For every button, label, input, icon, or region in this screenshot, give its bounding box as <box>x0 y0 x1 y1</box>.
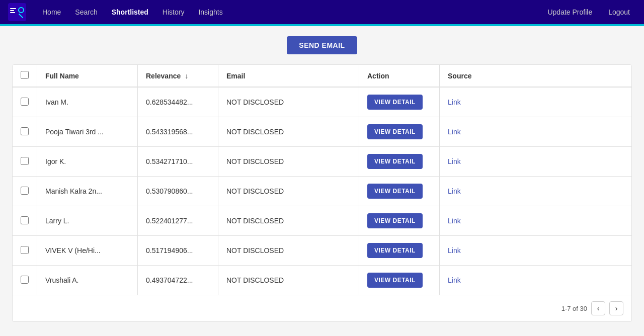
row-action-cell: VIEW DETAIL <box>359 177 440 206</box>
table-header-row: Full Name Relevance ↓ Email Action Sourc… <box>13 65 631 87</box>
nav-insights[interactable]: Insights <box>192 4 228 20</box>
row-fullname: VIVEK V (He/Hi... <box>37 236 138 266</box>
source-link[interactable]: Link <box>448 187 461 195</box>
row-relevance: 0.493704722... <box>138 266 218 295</box>
row-email: NOT DISCLOSED <box>218 87 359 117</box>
row-source-cell: Link <box>440 206 632 236</box>
row-fullname: Vrushali A. <box>37 266 138 295</box>
row-checkbox-1[interactable] <box>21 127 29 135</box>
row-email: NOT DISCLOSED <box>218 236 359 266</box>
view-detail-button[interactable]: VIEW DETAIL <box>367 213 423 228</box>
svg-rect-3 <box>10 12 15 13</box>
row-email: NOT DISCLOSED <box>218 117 359 147</box>
nav-shortlisted[interactable]: Shortlisted <box>106 4 154 20</box>
logo <box>8 3 26 21</box>
send-email-button[interactable]: SEND EMAIL <box>287 36 357 54</box>
th-email: Email <box>218 65 359 87</box>
nav-history[interactable]: History <box>156 4 191 20</box>
source-link[interactable]: Link <box>448 276 461 284</box>
row-source-cell: Link <box>440 266 632 295</box>
row-action-cell: VIEW DETAIL <box>359 147 440 177</box>
sort-icon: ↓ <box>185 72 188 80</box>
row-source-cell: Link <box>440 117 632 147</box>
row-source-cell: Link <box>440 177 632 206</box>
nav-links: Home Search Shortlisted History Insights <box>36 4 541 20</box>
pagination-prev[interactable]: ‹ <box>591 301 605 315</box>
navbar: Home Search Shortlisted History Insights… <box>0 0 644 24</box>
svg-rect-1 <box>10 8 16 9</box>
row-checkbox-cell <box>13 206 37 236</box>
shortlist-table-container: Full Name Relevance ↓ Email Action Sourc… <box>12 64 632 322</box>
nav-logout[interactable]: Logout <box>602 4 636 20</box>
view-detail-button[interactable]: VIEW DETAIL <box>367 95 423 110</box>
row-checkbox-5[interactable] <box>21 246 29 254</box>
pagination-next[interactable]: › <box>609 301 623 315</box>
row-action-cell: VIEW DETAIL <box>359 117 440 147</box>
main-content: SEND EMAIL Full Name Relevance ↓ Email A… <box>0 26 644 332</box>
row-relevance: 0.530790860... <box>138 177 218 206</box>
row-checkbox-cell <box>13 147 37 177</box>
pagination-info: 1-7 of 30 <box>561 305 587 312</box>
source-link[interactable]: Link <box>448 98 461 106</box>
th-checkbox <box>13 65 37 87</box>
row-checkbox-2[interactable] <box>21 157 29 165</box>
row-source-cell: Link <box>440 147 632 177</box>
row-checkbox-cell <box>13 87 37 117</box>
row-fullname: Igor K. <box>37 147 138 177</box>
row-email: NOT DISCLOSED <box>218 266 359 295</box>
row-fullname: Larry L. <box>37 206 138 236</box>
row-checkbox-3[interactable] <box>21 187 29 195</box>
source-link[interactable]: Link <box>448 128 461 136</box>
row-fullname: Ivan M. <box>37 87 138 117</box>
row-checkbox-cell <box>13 266 37 295</box>
table-row: Manish Kalra 2n... 0.530790860... NOT DI… <box>13 177 631 206</box>
row-relevance: 0.517194906... <box>138 236 218 266</box>
source-link[interactable]: Link <box>448 157 461 165</box>
view-detail-button[interactable]: VIEW DETAIL <box>367 273 423 288</box>
row-checkbox-4[interactable] <box>21 216 29 224</box>
view-detail-button[interactable]: VIEW DETAIL <box>367 154 423 169</box>
th-source: Source <box>440 65 632 87</box>
row-checkbox-6[interactable] <box>21 276 29 284</box>
view-detail-button[interactable]: VIEW DETAIL <box>367 243 423 258</box>
row-email: NOT DISCLOSED <box>218 206 359 236</box>
th-fullname: Full Name <box>37 65 138 87</box>
th-relevance[interactable]: Relevance ↓ <box>138 65 218 87</box>
nav-update-profile[interactable]: Update Profile <box>541 4 598 20</box>
shortlist-table: Full Name Relevance ↓ Email Action Sourc… <box>13 65 631 295</box>
table-row: Larry L. 0.522401277... NOT DISCLOSED VI… <box>13 206 631 236</box>
source-link[interactable]: Link <box>448 217 461 225</box>
view-detail-button[interactable]: VIEW DETAIL <box>367 124 423 139</box>
pagination: 1-7 of 30 ‹ › <box>13 295 631 321</box>
select-all-checkbox[interactable] <box>21 71 29 79</box>
row-checkbox-cell <box>13 117 37 147</box>
row-email: NOT DISCLOSED <box>218 177 359 206</box>
row-action-cell: VIEW DETAIL <box>359 87 440 117</box>
send-email-section: SEND EMAIL <box>12 36 632 54</box>
row-email: NOT DISCLOSED <box>218 147 359 177</box>
row-source-cell: Link <box>440 87 632 117</box>
row-checkbox-cell <box>13 236 37 266</box>
row-action-cell: VIEW DETAIL <box>359 236 440 266</box>
table-row: Igor K. 0.534271710... NOT DISCLOSED VIE… <box>13 147 631 177</box>
svg-rect-2 <box>10 10 14 11</box>
row-checkbox-cell <box>13 177 37 206</box>
row-relevance: 0.522401277... <box>138 206 218 236</box>
source-link[interactable]: Link <box>448 246 461 255</box>
nav-home[interactable]: Home <box>36 4 67 20</box>
row-checkbox-0[interactable] <box>21 98 29 106</box>
row-fullname: Manish Kalra 2n... <box>37 177 138 206</box>
table-row: Ivan M. 0.628534482... NOT DISCLOSED VIE… <box>13 87 631 117</box>
row-fullname: Pooja Tiwari 3rd ... <box>37 117 138 147</box>
nav-search[interactable]: Search <box>69 4 103 20</box>
row-action-cell: VIEW DETAIL <box>359 206 440 236</box>
view-detail-button[interactable]: VIEW DETAIL <box>367 184 423 199</box>
row-relevance: 0.534271710... <box>138 147 218 177</box>
nav-right: Update Profile Logout <box>541 4 636 20</box>
row-relevance: 0.543319568... <box>138 117 218 147</box>
table-body: Ivan M. 0.628534482... NOT DISCLOSED VIE… <box>13 87 631 295</box>
table-row: Pooja Tiwari 3rd ... 0.543319568... NOT … <box>13 117 631 147</box>
row-relevance: 0.628534482... <box>138 87 218 117</box>
row-source-cell: Link <box>440 236 632 266</box>
row-action-cell: VIEW DETAIL <box>359 266 440 295</box>
